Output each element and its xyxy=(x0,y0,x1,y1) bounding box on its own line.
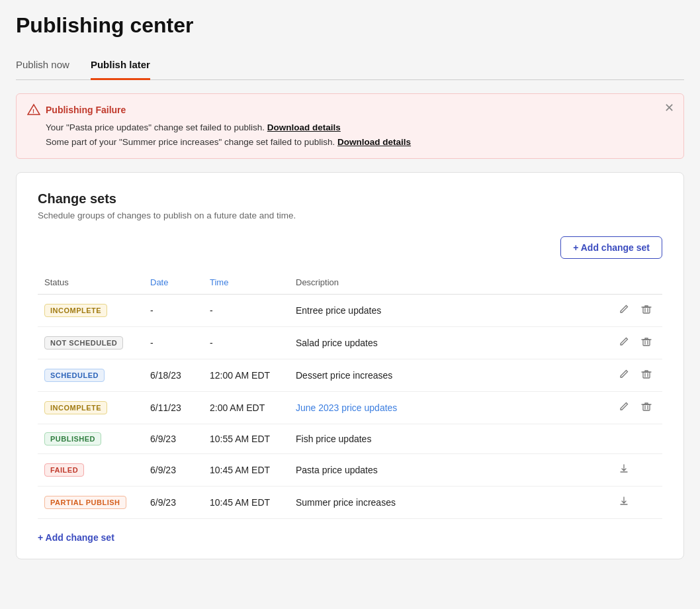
edit-button[interactable] xyxy=(616,400,632,416)
cell-status: PARTIAL PUBLISH xyxy=(38,487,144,519)
delete-button[interactable] xyxy=(638,400,654,416)
cell-date: 6/9/23 xyxy=(144,424,203,454)
cell-status: INCOMPLETE xyxy=(38,295,144,327)
edit-button[interactable] xyxy=(616,335,632,351)
cell-time: 10:45 AM EDT xyxy=(203,487,289,519)
delete-button[interactable] xyxy=(638,367,654,383)
download-details-link-1[interactable]: Download details xyxy=(267,122,341,132)
cell-actions xyxy=(609,359,662,392)
cell-actions xyxy=(609,454,662,487)
cell-time: - xyxy=(203,295,289,327)
status-badge: PUBLISHED xyxy=(44,432,101,445)
col-header-description: Description xyxy=(289,272,609,295)
description-link[interactable]: June 2023 price updates xyxy=(296,402,397,413)
alert-line-1: Your "Pasta price updates" change set fa… xyxy=(46,120,673,135)
svg-text:!: ! xyxy=(32,108,34,115)
card-subtitle: Schedule groups of changes to publish on… xyxy=(38,211,662,220)
col-header-time: Time xyxy=(203,272,289,295)
download-details-link-2[interactable]: Download details xyxy=(337,137,411,147)
delete-button[interactable] xyxy=(638,335,654,351)
svg-rect-4 xyxy=(643,404,650,410)
status-badge: FAILED xyxy=(44,463,84,477)
card-title: Change sets xyxy=(38,191,662,207)
action-buttons xyxy=(616,462,656,478)
cell-description: June 2023 price updates xyxy=(289,392,609,424)
action-buttons xyxy=(616,494,656,510)
cell-description: Entree price updates xyxy=(289,295,609,327)
tab-bar: Publish now Publish later xyxy=(16,54,684,80)
action-buttons xyxy=(616,303,656,318)
cell-time: 12:00 AM EDT xyxy=(203,359,289,392)
table-row: INCOMPLETE6/11/232:00 AM EDTJune 2023 pr… xyxy=(38,392,662,424)
tab-publish-now[interactable]: Publish now xyxy=(16,54,69,80)
table-row: PUBLISHED6/9/2310:55 AM EDTFish price up… xyxy=(38,424,662,454)
table-row: SCHEDULED6/18/2312:00 AM EDTDessert pric… xyxy=(38,359,662,392)
table-row: NOT SCHEDULED--Salad price updates xyxy=(38,327,662,359)
alert-close-button[interactable]: ✕ xyxy=(664,102,674,114)
cell-date: - xyxy=(144,295,203,327)
cell-actions xyxy=(609,327,662,359)
alert-title: Publishing Failure xyxy=(46,105,126,115)
cell-actions xyxy=(609,295,662,327)
cell-actions xyxy=(609,392,662,424)
col-header-actions xyxy=(609,272,662,295)
edit-button[interactable] xyxy=(616,303,632,318)
action-buttons xyxy=(616,335,656,351)
page-title: Publishing center xyxy=(16,13,684,38)
cell-status: NOT SCHEDULED xyxy=(38,327,144,359)
table-row: FAILED6/9/2310:45 AM EDTPasta price upda… xyxy=(38,454,662,487)
svg-rect-3 xyxy=(643,372,650,378)
cell-date: 6/9/23 xyxy=(144,487,203,519)
table-header-row: Status Date Time Description xyxy=(38,272,662,295)
cell-time: 10:55 AM EDT xyxy=(203,424,289,454)
warning-icon: ! xyxy=(27,103,40,117)
action-buttons xyxy=(616,367,656,383)
change-sets-table: Status Date Time Description INCOMPLETE-… xyxy=(38,272,662,519)
cell-date: 6/11/23 xyxy=(144,392,203,424)
change-sets-card: Change sets Schedule groups of changes t… xyxy=(16,172,684,559)
alert-line-2: Some part of your "Summer price increase… xyxy=(46,135,673,150)
cell-time: 10:45 AM EDT xyxy=(203,454,289,487)
status-badge: NOT SCHEDULED xyxy=(44,336,123,350)
col-header-status: Status xyxy=(38,272,144,295)
action-buttons xyxy=(616,400,656,416)
delete-button[interactable] xyxy=(638,303,654,318)
svg-rect-1 xyxy=(643,307,650,313)
table-row: PARTIAL PUBLISH6/9/2310:45 AM EDTSummer … xyxy=(38,487,662,519)
cell-date: 6/18/23 xyxy=(144,359,203,392)
cell-description: Salad price updates xyxy=(289,327,609,359)
cell-status: SCHEDULED xyxy=(38,359,144,392)
page-container: Publishing center Publish now Publish la… xyxy=(0,0,700,609)
status-badge: SCHEDULED xyxy=(44,369,105,382)
cell-description: Fish price updates xyxy=(289,424,609,454)
alert-banner: ! Publishing Failure Your "Pasta price u… xyxy=(16,93,684,159)
cell-description: Dessert price increases xyxy=(289,359,609,392)
status-badge: INCOMPLETE xyxy=(44,304,107,317)
status-badge: PARTIAL PUBLISH xyxy=(44,496,126,509)
download-button[interactable] xyxy=(616,462,632,478)
add-btn-row: + Add change set xyxy=(38,236,662,259)
svg-rect-2 xyxy=(643,340,650,346)
cell-actions xyxy=(609,424,662,454)
status-badge: INCOMPLETE xyxy=(44,401,107,414)
table-row: INCOMPLETE--Entree price updates xyxy=(38,295,662,327)
alert-header: ! Publishing Failure xyxy=(27,103,673,117)
download-button[interactable] xyxy=(616,494,632,510)
cell-actions xyxy=(609,487,662,519)
cell-status: INCOMPLETE xyxy=(38,392,144,424)
edit-button[interactable] xyxy=(616,367,632,383)
cell-description: Summer price increases xyxy=(289,487,609,519)
cell-date: 6/9/23 xyxy=(144,454,203,487)
cell-status: FAILED xyxy=(38,454,144,487)
cell-time: 2:00 AM EDT xyxy=(203,392,289,424)
cell-description: Pasta price updates xyxy=(289,454,609,487)
add-change-set-button-top[interactable]: + Add change set xyxy=(560,236,662,259)
cell-date: - xyxy=(144,327,203,359)
cell-status: PUBLISHED xyxy=(38,424,144,454)
tab-publish-later[interactable]: Publish later xyxy=(91,54,150,80)
add-change-set-button-bottom[interactable]: + Add change set xyxy=(38,532,662,543)
cell-time: - xyxy=(203,327,289,359)
col-header-date: Date xyxy=(144,272,203,295)
